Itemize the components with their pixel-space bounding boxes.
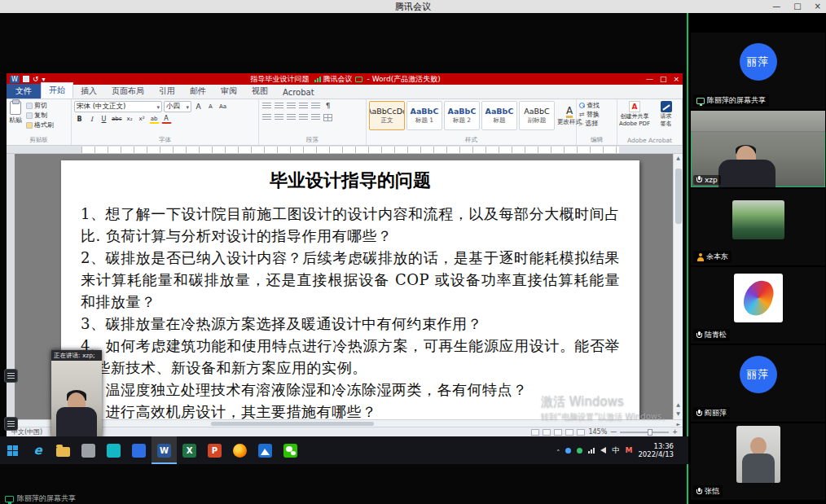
tab-view[interactable]: 视图 xyxy=(244,84,275,99)
strikethrough-button[interactable] xyxy=(111,114,123,124)
font-color-button[interactable] xyxy=(161,114,172,124)
vertical-scrollbar[interactable]: ▲ ▲ ▼ xyxy=(673,154,683,419)
create-pdf-button[interactable]: 创建并共享 Adobe PDF xyxy=(620,101,649,127)
zoom-slider-thumb[interactable] xyxy=(648,429,652,436)
italic-button[interactable] xyxy=(86,114,97,124)
next-page-icon[interactable]: ▼ xyxy=(676,410,680,418)
participant-tile-zhangkai[interactable]: 张恺 xyxy=(691,423,825,500)
tab-home[interactable]: 开始 xyxy=(41,82,73,99)
zoom-level[interactable]: 145% xyxy=(588,428,607,436)
style-heading2[interactable]: AaBbC 标题 2 xyxy=(444,101,480,130)
decrease-indent-icon[interactable] xyxy=(299,103,308,110)
underline-button[interactable] xyxy=(99,114,109,124)
print-layout-view-icon[interactable] xyxy=(531,429,539,436)
format-painter-button[interactable]: 格式刷 xyxy=(26,121,54,129)
bullets-icon[interactable] xyxy=(262,103,271,110)
tab-insert[interactable]: 插入 xyxy=(73,84,104,99)
style-title[interactable]: AaBbC 标题 xyxy=(481,101,517,130)
active-speaker-overlay[interactable]: 正在讲话: xzp; xyxy=(51,350,102,438)
copy-button[interactable]: 复制 xyxy=(26,111,54,120)
paste-button[interactable]: 粘贴 xyxy=(9,101,22,129)
firefox-taskbar-icon[interactable] xyxy=(227,436,253,464)
superscript-button[interactable] xyxy=(137,114,147,124)
line-spacing-icon[interactable] xyxy=(311,114,320,121)
photos-taskbar-icon[interactable] xyxy=(253,436,278,464)
replace-button[interactable]: 替换 xyxy=(579,110,614,119)
style-heading1[interactable]: AaBbC 标题 1 xyxy=(406,101,442,130)
maximize-button[interactable]: □ xyxy=(793,0,801,13)
tab-page-layout[interactable]: 页面布局 xyxy=(104,84,152,99)
member-panel-toggle-icon[interactable] xyxy=(4,417,18,431)
wechat-taskbar-icon[interactable] xyxy=(278,436,303,464)
participant-tile-xzp[interactable]: xzp xyxy=(691,111,825,187)
save-icon[interactable] xyxy=(23,76,29,82)
powerpoint-taskbar-icon[interactable] xyxy=(202,436,227,464)
tray-expand-icon[interactable] xyxy=(556,443,560,458)
document-page[interactable]: 毕业设计指导的问题 1、想了解一下设计院目前施工图设计的设计内容和流程，以及每部… xyxy=(61,160,639,419)
align-left-icon[interactable] xyxy=(262,114,271,121)
minimize-button[interactable]: — xyxy=(772,0,780,13)
tab-file[interactable]: 文件 xyxy=(7,84,41,99)
font-family-combo[interactable]: 宋体 (中文正文) xyxy=(74,101,162,112)
find-button[interactable]: 查找 xyxy=(579,101,614,110)
align-center-icon[interactable] xyxy=(275,114,283,121)
zoom-slider[interactable] xyxy=(620,432,669,433)
excel-taskbar-icon[interactable] xyxy=(177,436,202,464)
cut-button[interactable]: 剪切 xyxy=(26,101,54,110)
participant-tile-luqingsong[interactable]: 陆青松 xyxy=(691,267,825,344)
word-close-button[interactable]: × xyxy=(673,75,679,83)
undo-icon[interactable] xyxy=(33,75,39,83)
subscript-button[interactable] xyxy=(125,114,135,124)
tray-app-icon[interactable] xyxy=(577,448,582,454)
multilevel-list-icon[interactable] xyxy=(287,103,296,110)
justify-icon[interactable] xyxy=(299,114,308,121)
hscrollbar-thumb[interactable] xyxy=(211,422,374,426)
select-button[interactable]: 选择 xyxy=(579,119,614,128)
shrink-font-button[interactable] xyxy=(205,102,216,112)
participant-tile-yanliping[interactable]: 丽萍 阎丽萍 xyxy=(691,345,825,422)
request-signature-button[interactable]: 请求 签名 xyxy=(652,101,679,127)
zoom-out-button[interactable]: — xyxy=(610,428,617,436)
word-restore-button[interactable]: □ xyxy=(660,75,667,83)
numbering-icon[interactable] xyxy=(275,103,283,110)
chat-panel-toggle-icon[interactable] xyxy=(4,369,18,383)
tray-badge[interactable]: M xyxy=(625,446,632,454)
outline-view-icon[interactable] xyxy=(565,429,573,436)
fullscreen-view-icon[interactable] xyxy=(543,429,551,436)
horizontal-ruler[interactable] xyxy=(7,146,683,154)
start-button[interactable] xyxy=(0,436,25,464)
highlight-color-button[interactable] xyxy=(149,114,160,124)
align-right-icon[interactable] xyxy=(287,114,296,121)
tray-app-icon[interactable] xyxy=(565,448,571,454)
ie-taskbar-icon[interactable] xyxy=(25,436,51,464)
network-icon[interactable] xyxy=(588,448,595,454)
app-taskbar-icon-1[interactable] xyxy=(76,436,101,464)
tab-mailings[interactable]: 邮件 xyxy=(182,84,213,99)
previous-page-icon[interactable]: ▲ xyxy=(676,401,680,409)
bold-button[interactable] xyxy=(74,114,85,124)
paragraph-mark-icon[interactable] xyxy=(323,101,333,111)
close-button[interactable]: × xyxy=(815,0,821,13)
taskbar-clock[interactable]: 13:36 2022/4/13 xyxy=(638,442,676,458)
font-size-combo[interactable]: 小四 xyxy=(164,101,191,112)
app-taskbar-icon-3[interactable] xyxy=(126,436,152,464)
increase-indent-icon[interactable] xyxy=(311,103,320,110)
borders-icon[interactable] xyxy=(323,114,332,121)
tab-review[interactable]: 审阅 xyxy=(213,84,244,99)
word-taskbar-icon[interactable] xyxy=(152,436,177,464)
tab-acrobat[interactable]: Acrobat xyxy=(275,86,322,99)
style-subtitle[interactable]: AaBbC 副标题 xyxy=(519,101,555,130)
scroll-right-icon[interactable]: ► xyxy=(674,421,683,427)
ime-indicator[interactable]: 中 xyxy=(612,445,619,456)
change-case-button[interactable] xyxy=(217,102,228,112)
web-layout-view-icon[interactable] xyxy=(554,429,562,436)
zoom-in-button[interactable]: + xyxy=(672,428,678,436)
explorer-taskbar-icon[interactable] xyxy=(51,436,76,464)
volume-icon[interactable] xyxy=(600,447,606,454)
scroll-up-icon[interactable]: ▲ xyxy=(676,154,680,162)
style-normal[interactable]: AaBbCcDd 正文 xyxy=(369,101,405,130)
tab-references[interactable]: 引用 xyxy=(152,84,182,99)
grow-font-button[interactable] xyxy=(193,102,204,112)
word-minimize-button[interactable]: — xyxy=(646,75,653,83)
scrollbar-thumb[interactable] xyxy=(675,169,682,224)
